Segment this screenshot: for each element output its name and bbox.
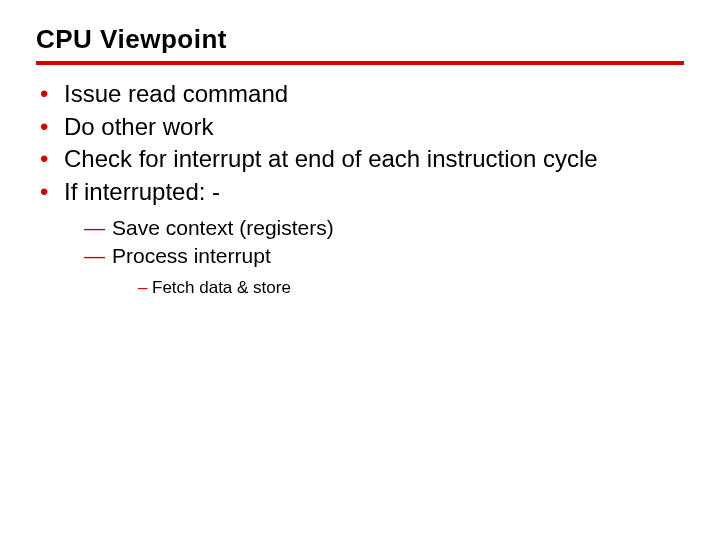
bullet-text: Process interrupt — [112, 244, 271, 267]
bullet-text: Do other work — [64, 113, 213, 140]
list-item: Check for interrupt at end of each instr… — [40, 144, 684, 175]
bullet-text: If interrupted: - — [64, 178, 220, 205]
bullet-list: Issue read command Do other work Check f… — [36, 79, 684, 300]
list-item: Process interrupt Fetch data & store — [84, 242, 684, 299]
list-item: Save context (registers) — [84, 214, 684, 242]
list-item: Fetch data & store — [138, 277, 684, 300]
bullet-text: Fetch data & store — [152, 278, 291, 297]
bullet-text: Check for interrupt at end of each instr… — [64, 145, 598, 172]
sub-list: Save context (registers) Process interru… — [64, 214, 684, 300]
list-item: Do other work — [40, 112, 684, 143]
bullet-text: Issue read command — [64, 80, 288, 107]
bullet-text: Save context (registers) — [112, 216, 334, 239]
subsub-list: Fetch data & store — [112, 277, 684, 300]
title-rule — [36, 61, 684, 65]
page-title: CPU Viewpoint — [36, 24, 684, 55]
list-item: Issue read command — [40, 79, 684, 110]
list-item: If interrupted: - Save context (register… — [40, 177, 684, 299]
slide: CPU Viewpoint Issue read command Do othe… — [0, 0, 720, 300]
